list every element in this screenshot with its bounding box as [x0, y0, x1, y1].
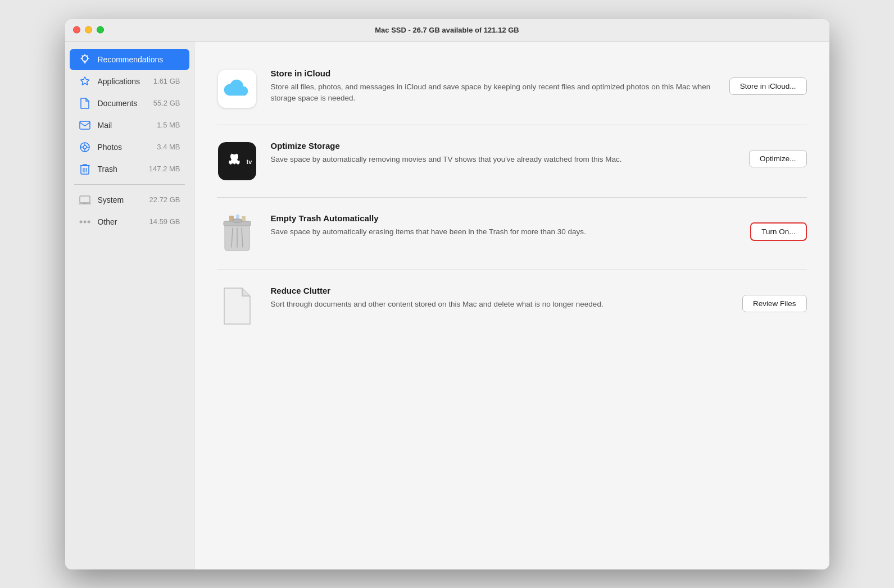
dots-icon — [79, 216, 91, 228]
mail-label: Mail — [98, 121, 151, 130]
reduce-clutter-action: Review Files — [742, 286, 807, 312]
empty-trash-text: Empty Trash Automatically Save space by … — [271, 213, 737, 238]
system-label: System — [98, 195, 143, 204]
svg-line-4 — [82, 56, 83, 56]
empty-trash-title: Empty Trash Automatically — [271, 213, 737, 223]
trash-full-icon-container — [217, 213, 257, 254]
optimize-text: Optimize Storage Save space by automatic… — [271, 141, 736, 165]
svg-rect-19 — [83, 203, 87, 204]
sidebar-item-mail[interactable]: Mail 1.5 MB — [70, 115, 189, 136]
icloud-title: Store in iCloud — [271, 69, 716, 78]
empty-trash-description: Save space by automatically erasing item… — [271, 226, 737, 238]
applications-size: 1.61 GB — [153, 77, 180, 85]
optimize-title: Optimize Storage — [271, 141, 736, 151]
sidebar-item-photos[interactable]: Photos 3.4 MB — [70, 136, 189, 158]
window-title: Mac SSD - 26.7 GB available of 121.12 GB — [375, 26, 519, 34]
doc-icon — [79, 97, 91, 110]
content-area: Store in iCloud Store all files, photos,… — [194, 42, 829, 569]
optimize-description: Save space by automatically removing mov… — [271, 154, 736, 165]
photos-icon — [79, 141, 91, 153]
svg-rect-28 — [233, 219, 242, 222]
sidebar-item-documents[interactable]: Documents 55.2 GB — [70, 93, 189, 114]
reduce-clutter-recommendation: Reduce Clutter Sort through documents an… — [217, 270, 807, 342]
minimize-button[interactable] — [85, 26, 92, 34]
svg-rect-6 — [80, 121, 90, 129]
optimize-action: Optimize... — [749, 141, 807, 167]
svg-rect-18 — [80, 196, 90, 203]
sidebar-item-system[interactable]: System 22.72 GB — [70, 189, 189, 211]
empty-trash-action: Turn On... — [750, 213, 806, 241]
icloud-recommendation: Store in iCloud Store all files, photos,… — [217, 53, 807, 125]
appletv-app-icon: tv — [218, 142, 256, 180]
recommendations-label: Recommendations — [98, 55, 180, 64]
empty-trash-recommendation: Empty Trash Automatically Save space by … — [217, 198, 807, 270]
optimize-recommendation: tv Optimize Storage Save space by automa… — [217, 125, 807, 198]
review-files-button[interactable]: Review Files — [742, 295, 807, 312]
other-label: Other — [98, 217, 143, 226]
svg-point-21 — [83, 220, 86, 223]
documents-label: Documents — [98, 99, 147, 108]
reduce-clutter-text: Reduce Clutter Sort through documents an… — [271, 286, 729, 310]
other-size: 14.59 GB — [149, 217, 180, 226]
svg-point-22 — [87, 220, 90, 223]
sidebar-item-trash[interactable]: Trash 147.2 MB — [70, 158, 189, 180]
clutter-doc-icon — [221, 286, 253, 326]
maximize-button[interactable] — [97, 26, 104, 34]
trash-size: 147.2 MB — [149, 165, 180, 173]
svg-point-8 — [83, 145, 87, 149]
trash-icon — [79, 163, 91, 175]
traffic-lights — [73, 26, 104, 34]
icloud-button[interactable]: Store in iCloud... — [729, 78, 807, 95]
icloud-app-icon — [218, 70, 256, 108]
documents-size: 55.2 GB — [153, 99, 180, 107]
icloud-description: Store all files, photos, and messages in… — [271, 81, 716, 104]
svg-point-20 — [79, 220, 82, 223]
reduce-clutter-description: Sort through documents and other content… — [271, 299, 729, 310]
trash-full-icon — [219, 212, 255, 255]
icloud-text: Store in iCloud Store all files, photos,… — [271, 69, 716, 104]
optimize-button[interactable]: Optimize... — [749, 150, 807, 167]
applications-label: Applications — [98, 77, 147, 86]
photos-label: Photos — [98, 143, 151, 152]
document-icon-container — [217, 286, 257, 326]
lightbulb-icon — [79, 53, 91, 66]
mail-icon — [79, 119, 91, 131]
sidebar: Recommendations Applications 1.61 GB — [65, 42, 194, 569]
laptop-icon — [79, 194, 91, 206]
svg-line-5 — [87, 56, 87, 56]
sidebar-divider — [74, 184, 185, 185]
system-size: 22.72 GB — [149, 195, 180, 204]
sidebar-item-recommendations[interactable]: Recommendations — [70, 49, 189, 70]
icloud-icon-container — [217, 69, 257, 109]
turn-on-button[interactable]: Turn On... — [750, 222, 806, 241]
icloud-action: Store in iCloud... — [729, 69, 807, 95]
close-button[interactable] — [73, 26, 80, 34]
photos-size: 3.4 MB — [157, 143, 180, 151]
titlebar: Mac SSD - 26.7 GB available of 121.12 GB — [65, 19, 829, 42]
appletv-icon-container: tv — [217, 141, 257, 181]
sidebar-item-other[interactable]: Other 14.59 GB — [70, 211, 189, 233]
mail-size: 1.5 MB — [157, 121, 180, 129]
trash-label: Trash — [98, 165, 142, 174]
main-content: Recommendations Applications 1.61 GB — [65, 42, 829, 569]
main-window: Mac SSD - 26.7 GB available of 121.12 GB — [65, 19, 829, 569]
sidebar-item-applications[interactable]: Applications 1.61 GB — [70, 71, 189, 92]
apps-icon — [79, 75, 91, 88]
reduce-clutter-title: Reduce Clutter — [271, 286, 729, 295]
